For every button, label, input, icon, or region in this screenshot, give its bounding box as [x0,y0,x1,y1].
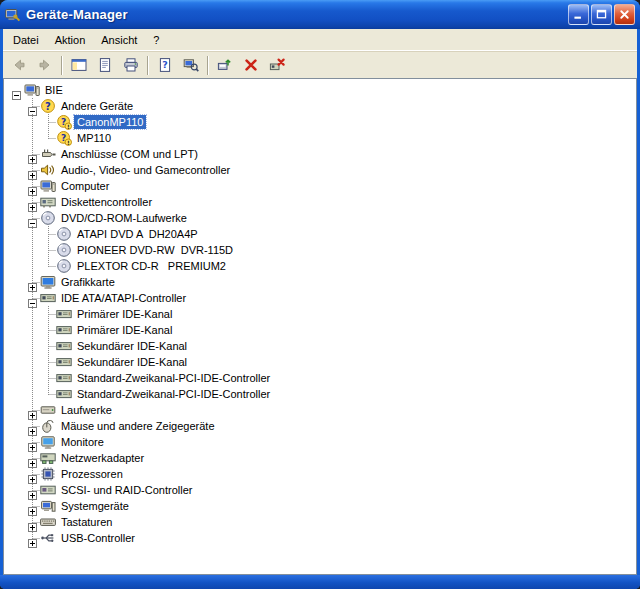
tree-item[interactable]: Laufwerke [8,402,636,418]
tree-item[interactable]: PIONEER DVD-RW DVR-115D [8,242,636,258]
help-button[interactable]: ? [152,54,178,77]
tree-guide [8,322,24,338]
tree-guide [40,258,56,274]
minimize-button[interactable] [568,4,589,25]
tree-guide [8,258,24,274]
tree-item[interactable]: Standard-Zweikanal-PCI-IDE-Controller [8,386,636,402]
close-button[interactable] [614,4,635,25]
tree-item[interactable]: ?!CanonMP110 [8,114,636,130]
tree-item[interactable]: Primärer IDE-Kanal [8,322,636,338]
tree-item-label: Primärer IDE-Kanal [74,307,175,321]
tree-item[interactable]: ATAPI DVD A DH20A4P [8,226,636,242]
expand-expander-icon[interactable] [28,150,37,159]
tree-item-label: Primärer IDE-Kanal [74,323,175,337]
expand-expander-icon[interactable] [28,534,37,543]
tree-item[interactable]: Systemgeräte [8,498,636,514]
show-hide-console-tree-button[interactable] [66,54,92,77]
print-button[interactable] [118,54,144,77]
ide-controller-icon [56,338,72,354]
disable-device-icon [243,57,259,73]
ide-controller-icon [56,386,72,402]
tree-item[interactable]: Standard-Zweikanal-PCI-IDE-Controller [8,370,636,386]
titlebar[interactable]: Geräte-Manager [0,0,640,29]
collapse-expander-icon[interactable] [12,86,21,95]
collapse-expander-icon[interactable] [28,214,37,223]
expand-expander-icon[interactable] [28,486,37,495]
properties-button[interactable] [92,54,118,77]
expand-expander-icon[interactable] [28,438,37,447]
svg-text:?: ? [45,101,51,112]
tree-item[interactable]: Primärer IDE-Kanal [8,306,636,322]
tree-guide [24,514,40,530]
menubar: DateiAktionAnsicht? [3,29,637,51]
device-tree[interactable]: BIE?Andere Geräte?!CanonMP110?!MP110Ansc… [3,78,637,575]
tree-item[interactable]: Sekundärer IDE-Kanal [8,354,636,370]
menu-datei[interactable]: Datei [5,29,47,50]
tree-item[interactable]: USB-Controller [8,530,636,546]
tree-item[interactable]: BIE [8,82,636,98]
tree-item[interactable]: Netzwerkadapter [8,450,636,466]
tree-item[interactable]: Audio-, Video- und Gamecontroller [8,162,636,178]
tree-item[interactable]: PLEXTOR CD-R PREMIUM2 [8,258,636,274]
scan-hardware-changes-button[interactable] [178,54,204,77]
disable-device-button[interactable] [238,54,264,77]
system-devices-icon [40,498,56,514]
tree-item[interactable]: Prozessoren [8,466,636,482]
collapse-expander-icon[interactable] [28,102,37,111]
tree-item[interactable]: Anschlüsse (COM und LPT) [8,146,636,162]
tree-guide [24,386,40,402]
tree-guide [24,162,40,178]
tree-item[interactable]: DVD/CD-ROM-Laufwerke [8,210,636,226]
tree-item[interactable]: Mäuse und andere Zeigegeräte [8,418,636,434]
tree-item-label: Computer [58,179,112,193]
expand-expander-icon[interactable] [28,182,37,191]
menu-ansicht[interactable]: Ansicht [93,29,145,50]
tree-item[interactable]: ?Andere Geräte [8,98,636,114]
tree-item[interactable]: Monitore [8,434,636,450]
scsi-controller-icon [40,482,56,498]
tree-guide [8,418,24,434]
tree-guide [8,338,24,354]
maximize-button[interactable] [591,4,612,25]
tree-guide [8,162,24,178]
tree-item[interactable]: Computer [8,178,636,194]
expand-expander-icon[interactable] [28,502,37,511]
tree-item[interactable]: Tastaturen [8,514,636,530]
tree-item-label: IDE ATA/ATAPI-Controller [58,291,189,305]
tree-guide [8,290,24,306]
tree-guide [40,338,56,354]
expand-expander-icon[interactable] [28,166,37,175]
expand-expander-icon[interactable] [28,406,37,415]
back-button[interactable] [6,54,32,77]
tree-item[interactable]: Grafikkarte [8,274,636,290]
tree-item[interactable]: ?!MP110 [8,130,636,146]
expand-expander-icon[interactable] [28,198,37,207]
tree-item-label: Sekundärer IDE-Kanal [74,339,190,353]
tree-item[interactable]: IDE ATA/ATAPI-Controller [8,290,636,306]
tree-guide [24,418,40,434]
tree-guide [24,338,40,354]
tree-item-label: MP110 [74,131,114,145]
tree-item[interactable]: Sekundärer IDE-Kanal [8,338,636,354]
menu-hilfe[interactable]: ? [145,29,167,50]
tree-item[interactable]: SCSI- und RAID-Controller [8,482,636,498]
collapse-expander-icon[interactable] [28,294,37,303]
menu-aktion[interactable]: Aktion [47,29,94,50]
tree-guide [24,450,40,466]
forward-button[interactable] [32,54,58,77]
tree-item[interactable]: Diskettencontroller [8,194,636,210]
ide-controller-icon [56,370,72,386]
update-driver-icon [217,57,233,73]
expand-expander-icon[interactable] [28,454,37,463]
tree-guide [24,434,40,450]
expand-expander-icon[interactable] [28,518,37,527]
tree-guide [24,194,40,210]
expand-expander-icon[interactable] [28,422,37,431]
uninstall-device-button[interactable] [264,54,290,77]
update-driver-button[interactable] [212,54,238,77]
expand-expander-icon[interactable] [28,470,37,479]
expand-expander-icon[interactable] [28,278,37,287]
tree-item-label: USB-Controller [58,531,138,545]
tree-guide [8,178,24,194]
tree-guide [40,226,56,242]
